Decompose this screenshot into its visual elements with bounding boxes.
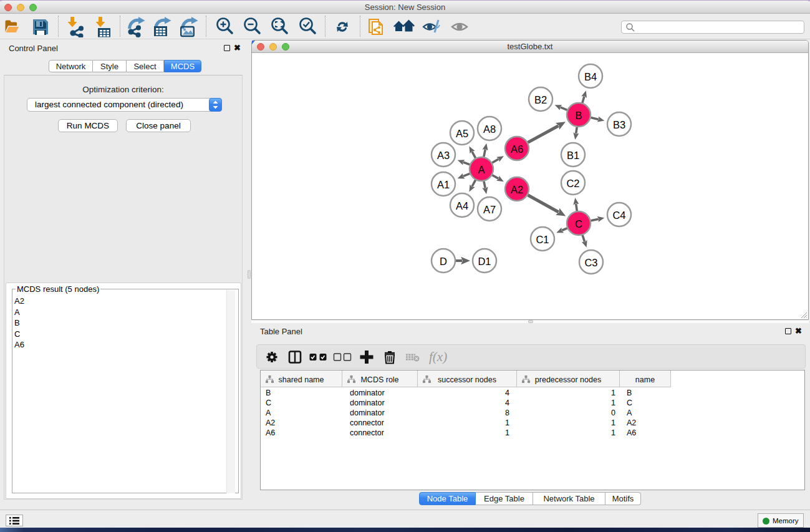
svg-text:A: A <box>478 164 485 175</box>
svg-text:A7: A7 <box>483 204 496 215</box>
svg-text:A3: A3 <box>437 150 450 161</box>
svg-text:C3: C3 <box>584 257 597 268</box>
svg-text:D: D <box>440 256 447 267</box>
svg-text:B2: B2 <box>534 94 547 105</box>
svg-text:C2: C2 <box>566 178 579 189</box>
svg-text:C1: C1 <box>536 234 549 245</box>
svg-text:A2: A2 <box>511 184 523 195</box>
svg-text:A5: A5 <box>456 128 468 139</box>
svg-text:D1: D1 <box>478 256 491 267</box>
svg-text:C: C <box>575 218 582 230</box>
svg-text:B4: B4 <box>584 71 597 82</box>
svg-text:f(x): f(x) <box>429 349 447 364</box>
svg-text:A8: A8 <box>483 123 496 135</box>
svg-text:B: B <box>575 110 582 121</box>
svg-text:B3: B3 <box>613 119 625 130</box>
svg-text:C4: C4 <box>612 210 625 221</box>
svg-text:B1: B1 <box>567 150 579 161</box>
svg-text:A6: A6 <box>511 143 523 155</box>
svg-text:A1: A1 <box>437 179 450 190</box>
svg-text:A4: A4 <box>456 200 468 211</box>
